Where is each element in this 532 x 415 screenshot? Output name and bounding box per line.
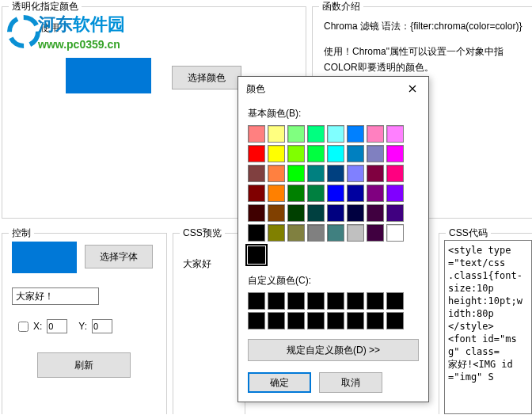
control-color-swatch [12, 242, 77, 273]
choose-color-button[interactable]: 选择颜色 [172, 66, 241, 89]
x-label: X: [33, 321, 42, 332]
basic-color-cell[interactable] [307, 224, 325, 242]
close-icon [408, 85, 416, 93]
intro-line-2: 使用！Chroma"属性可以设置一个对象中指 COLOR即要透明的颜色。 [324, 44, 522, 75]
choose-font-button[interactable]: 选择字体 [85, 245, 153, 268]
basic-color-cell[interactable] [367, 145, 384, 162]
preview-text: 大家好 [183, 257, 211, 271]
basic-color-cell[interactable] [268, 224, 285, 242]
custom-color-cell[interactable] [287, 312, 305, 329]
intro-line-1: Chroma 滤镜 语法：{filter:chroma(color=color)… [324, 18, 522, 34]
group-title: CSS代码 [446, 227, 491, 240]
basic-color-cell[interactable] [386, 145, 404, 162]
custom-color-cell[interactable] [307, 312, 325, 329]
control-group: 控制 选择字体 X: Y: 刷新 [2, 233, 167, 414]
color-dialog: 颜色 基本颜色(B): 自定义颜色(C): 规定自定义颜色(D) >> 确定 取… [238, 76, 429, 402]
selected-color-swatch[interactable] [248, 246, 265, 264]
basic-color-cell[interactable] [367, 224, 384, 242]
basic-color-cell[interactable] [327, 185, 344, 202]
basic-color-cell[interactable] [386, 125, 404, 143]
basic-color-cell[interactable] [347, 145, 364, 162]
coord-row: X: Y: [18, 319, 112, 333]
basic-color-cell[interactable] [386, 224, 404, 242]
basic-color-cell[interactable] [268, 204, 285, 222]
custom-color-cell[interactable] [347, 292, 364, 310]
custom-color-cell[interactable] [347, 312, 364, 329]
custom-color-cell[interactable] [268, 312, 285, 329]
custom-color-cell[interactable] [327, 292, 344, 310]
basic-color-cell[interactable] [386, 165, 404, 182]
basic-color-cell[interactable] [327, 145, 344, 162]
basic-color-grid [248, 125, 419, 242]
ok-button[interactable]: 确定 [248, 372, 311, 393]
refresh-button[interactable]: 刷新 [37, 352, 131, 378]
basic-color-cell[interactable] [287, 224, 305, 242]
basic-color-cell[interactable] [386, 185, 404, 202]
basic-color-cell[interactable] [327, 165, 344, 182]
dialog-title: 颜色 [246, 82, 265, 96]
basic-color-cell[interactable] [307, 185, 325, 202]
basic-color-cell[interactable] [386, 204, 404, 222]
x-input[interactable] [47, 319, 67, 333]
group-title: CSS预览 [180, 227, 225, 240]
basic-color-cell[interactable] [307, 204, 325, 222]
basic-color-cell[interactable] [248, 204, 265, 222]
basic-color-cell[interactable] [347, 204, 364, 222]
custom-colors-label: 自定义颜色(C): [248, 274, 419, 287]
example-label: 使用 [40, 21, 59, 35]
group-title: 透明化指定颜色 [9, 0, 82, 13]
basic-color-cell[interactable] [248, 224, 265, 242]
basic-color-cell[interactable] [268, 165, 285, 182]
custom-color-cell[interactable] [287, 292, 305, 310]
basic-color-cell[interactable] [248, 185, 265, 202]
basic-color-cell[interactable] [248, 125, 265, 143]
basic-color-cell[interactable] [367, 165, 384, 182]
basic-color-cell[interactable] [367, 125, 384, 143]
basic-color-cell[interactable] [268, 125, 285, 143]
custom-color-cell[interactable] [307, 292, 325, 310]
basic-color-cell[interactable] [268, 145, 285, 162]
basic-color-cell[interactable] [367, 204, 384, 222]
define-custom-color-button[interactable]: 规定自定义颜色(D) >> [248, 339, 419, 361]
basic-color-cell[interactable] [327, 224, 344, 242]
close-button[interactable] [398, 78, 427, 99]
basic-color-cell[interactable] [347, 165, 364, 182]
basic-color-cell[interactable] [287, 145, 305, 162]
basic-color-cell[interactable] [347, 125, 364, 143]
basic-color-cell[interactable] [287, 204, 305, 222]
basic-color-cell[interactable] [287, 125, 305, 143]
coord-checkbox[interactable] [18, 322, 28, 332]
basic-color-cell[interactable] [327, 204, 344, 222]
custom-color-cell[interactable] [386, 312, 404, 329]
custom-color-grid [248, 292, 419, 329]
basic-color-cell[interactable] [327, 125, 344, 143]
y-label: Y: [78, 321, 87, 332]
custom-color-cell[interactable] [327, 312, 344, 329]
basic-color-cell[interactable] [307, 165, 325, 182]
group-title: 函数介绍 [319, 0, 363, 13]
basic-color-cell[interactable] [268, 185, 285, 202]
custom-color-cell[interactable] [367, 292, 384, 310]
cancel-button[interactable]: 取消 [319, 372, 382, 393]
custom-color-cell[interactable] [268, 292, 285, 310]
group-title: 控制 [9, 227, 34, 240]
basic-color-cell[interactable] [287, 165, 305, 182]
text-input[interactable] [12, 287, 99, 305]
basic-color-cell[interactable] [307, 145, 325, 162]
custom-color-cell[interactable] [386, 292, 404, 310]
basic-color-cell[interactable] [347, 185, 364, 202]
code-textarea[interactable]: <style type="text/css .class1{font-size:… [444, 240, 532, 414]
custom-color-cell[interactable] [367, 312, 384, 329]
y-input[interactable] [92, 319, 112, 333]
dialog-titlebar[interactable]: 颜色 [238, 77, 428, 101]
basic-color-cell[interactable] [287, 185, 305, 202]
custom-color-cell[interactable] [248, 312, 265, 329]
custom-color-cell[interactable] [248, 292, 265, 310]
basic-color-cell[interactable] [248, 165, 265, 182]
basic-color-cell[interactable] [248, 145, 265, 162]
basic-color-cell[interactable] [347, 224, 364, 242]
current-color-swatch [66, 58, 151, 93]
basic-color-cell[interactable] [367, 185, 384, 202]
basic-color-cell[interactable] [307, 125, 325, 143]
basic-colors-label: 基本颜色(B): [248, 107, 419, 120]
